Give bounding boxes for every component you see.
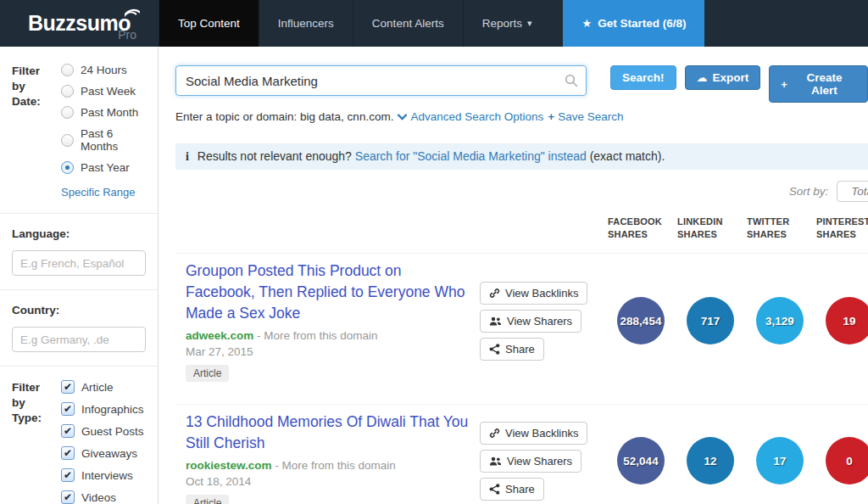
advanced-search-options-link[interactable]: Advanced Search Options	[398, 110, 543, 123]
filter-by-type-section: Filter by Type: Article Infographics Gue…	[0, 380, 158, 504]
domain-link[interactable]: rookiestew.com	[186, 459, 272, 472]
users-icon	[489, 456, 502, 467]
search-hint-row: Enter a topic or domain: big data, cnn.c…	[175, 110, 868, 123]
country-label: Country:	[12, 304, 146, 316]
notice-text: Results not relevant enough?	[198, 149, 352, 163]
search-box	[175, 65, 587, 96]
radio-past-week[interactable]: Past Week	[61, 85, 146, 98]
radio-icon[interactable]	[61, 134, 74, 147]
brand-name: Buzzsumo	[28, 11, 131, 36]
column-linkedin-shares: LINKEDIN SHARES	[676, 216, 745, 241]
checkbox-icon-checked[interactable]	[61, 468, 75, 482]
radio-icon[interactable]	[61, 85, 74, 98]
checkbox-label: Videos	[81, 491, 116, 504]
radio-icon-selected[interactable]	[61, 161, 74, 174]
notice-suffix: (exact match).	[590, 149, 665, 163]
view-sharers-label: View Sharers	[507, 455, 572, 468]
more-from-domain-label: - More from this domain	[257, 329, 378, 342]
caret-down-icon: ▾	[527, 18, 532, 29]
pinterest-shares-count: 0	[826, 437, 868, 484]
filter-by-date-section: Filter by Date: 24 Hours Past Week Past …	[0, 64, 158, 214]
save-search-link[interactable]: + Save Search	[548, 110, 623, 123]
result-row: 13 Childhood Memories Of Diwali That You…	[175, 404, 868, 504]
share-label: Share	[505, 343, 535, 356]
view-sharers-button[interactable]: View Sharers	[480, 450, 581, 473]
tab-top-content[interactable]: Top Content	[159, 0, 259, 47]
tab-label: Get Started (6/8)	[598, 17, 686, 30]
search-button[interactable]: Search!	[610, 65, 676, 90]
plus-icon: +	[781, 78, 787, 91]
article-date: Mar 27, 2015	[186, 345, 470, 358]
checkbox-icon-checked[interactable]	[61, 490, 75, 504]
link-icon	[489, 428, 500, 439]
domain-link[interactable]: adweek.com	[186, 329, 253, 342]
tab-label: Influencers	[278, 17, 334, 30]
view-backlinks-button[interactable]: View Backlinks	[480, 282, 587, 305]
relevance-notice-bar: i Results not relevant enough? Search fo…	[175, 143, 868, 170]
language-input[interactable]	[12, 250, 146, 276]
checkbox-label: Article	[81, 381, 114, 394]
main-navigation: Top Content Influencers Content Alerts R…	[159, 0, 704, 47]
sort-row: Sort by: Total	[175, 181, 868, 202]
share-counts: 52,044 12 17 0	[606, 437, 868, 504]
brand-logo[interactable]: Buzzsumo Pro	[0, 0, 159, 47]
search-hint: Enter a topic or domain: big data, cnn.c…	[175, 110, 393, 123]
info-icon: i	[186, 150, 189, 163]
create-alert-label: Create Alert	[793, 71, 856, 97]
export-button[interactable]: ☁ Export	[685, 65, 761, 90]
radio-icon[interactable]	[61, 106, 74, 119]
radio-icon[interactable]	[61, 64, 74, 76]
search-input[interactable]	[175, 65, 587, 96]
checkbox-label: Guest Posts	[81, 425, 144, 438]
checkbox-interviews[interactable]: Interviews	[61, 468, 146, 482]
checkbox-label: Interviews	[81, 469, 133, 482]
search-icon[interactable]	[565, 74, 578, 87]
tab-reports[interactable]: Reports ▾	[463, 0, 551, 47]
checkbox-label: Infographics	[81, 403, 144, 416]
view-backlinks-button[interactable]: View Backlinks	[480, 422, 587, 445]
advanced-search-label: Advanced Search Options	[410, 110, 543, 123]
radio-past-year[interactable]: Past Year	[61, 161, 146, 174]
results-column-headers: FACEBOOK SHARES LINKEDIN SHARES TWITTER …	[175, 216, 868, 241]
share-button[interactable]: Share	[480, 338, 544, 361]
checkbox-icon-checked[interactable]	[61, 424, 75, 438]
country-section: Country:	[0, 304, 158, 367]
create-alert-button[interactable]: + Create Alert	[769, 65, 868, 103]
checkbox-videos[interactable]: Videos	[61, 490, 146, 504]
checkbox-article[interactable]: Article	[61, 380, 146, 394]
article-title-link[interactable]: 13 Childhood Memories Of Diwali That You…	[186, 412, 470, 454]
header-spacer	[175, 216, 606, 241]
checkbox-icon-checked[interactable]	[61, 446, 75, 460]
checkbox-infographics[interactable]: Infographics	[61, 402, 146, 416]
export-label: Export	[713, 71, 749, 84]
checkbox-guest-posts[interactable]: Guest Posts	[61, 424, 146, 438]
share-button[interactable]: Share	[480, 478, 544, 501]
article-actions: View Backlinks View Sharers	[470, 412, 606, 504]
more-from-domain-label: - More from this domain	[275, 459, 396, 472]
sort-dropdown[interactable]: Total	[837, 181, 868, 202]
tab-get-started[interactable]: ★ Get Started (6/8)	[563, 0, 704, 47]
result-row: Groupon Posted This Product on Facebook,…	[175, 253, 868, 392]
language-label: Language:	[12, 227, 146, 240]
tab-influencers[interactable]: Influencers	[259, 0, 353, 47]
checkbox-icon-checked[interactable]	[61, 402, 75, 416]
exact-match-search-link[interactable]: Search for "Social Media Marketing" inst…	[355, 149, 587, 163]
country-input[interactable]	[12, 327, 146, 352]
filter-by-date-label: Filter by Date:	[12, 64, 54, 199]
radio-label: 24 Hours	[81, 64, 127, 76]
article-type-badge: Article	[186, 365, 229, 382]
language-section: Language:	[0, 227, 158, 290]
view-sharers-button[interactable]: View Sharers	[480, 310, 581, 333]
radio-past-month[interactable]: Past Month	[61, 106, 146, 119]
tab-content-alerts[interactable]: Content Alerts	[353, 0, 463, 47]
view-backlinks-label: View Backlinks	[505, 427, 578, 440]
specific-range-link[interactable]: Specific Range	[61, 186, 135, 199]
tab-label: Top Content	[178, 17, 240, 30]
checkbox-icon-checked[interactable]	[61, 380, 75, 394]
article-title-link[interactable]: Groupon Posted This Product on Facebook,…	[186, 260, 470, 324]
checkbox-giveaways[interactable]: Giveaways	[61, 446, 146, 460]
radio-past-6-months[interactable]: Past 6 Months	[61, 127, 146, 153]
radio-24-hours[interactable]: 24 Hours	[61, 64, 146, 76]
column-pinterest-shares: PINTEREST SHARES	[815, 216, 868, 241]
search-row: Search! ☁ Export + Create Alert	[175, 65, 868, 103]
